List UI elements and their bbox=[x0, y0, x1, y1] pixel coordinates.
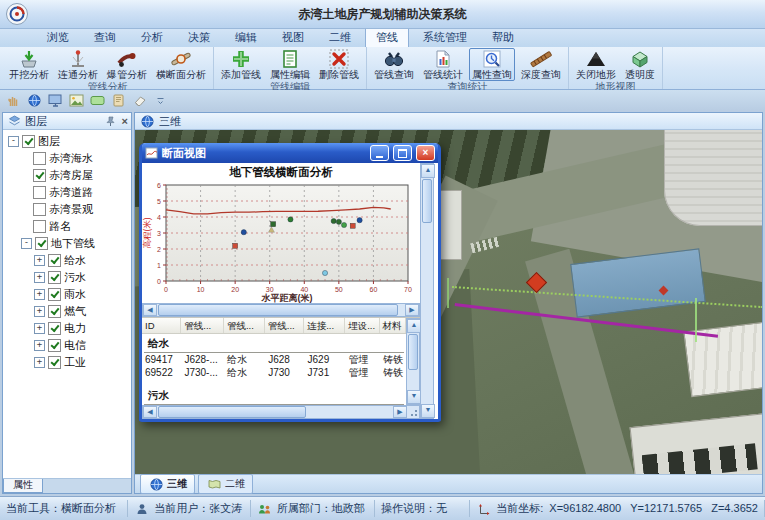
menu-tab[interactable]: 帮助 bbox=[481, 27, 525, 47]
collapse-icon[interactable]: - bbox=[21, 238, 32, 249]
menu-tab[interactable]: 决策 bbox=[177, 27, 221, 47]
expand-icon[interactable]: + bbox=[34, 289, 45, 300]
expand-icon[interactable]: + bbox=[34, 255, 45, 266]
tree-item[interactable]: +电信 bbox=[6, 337, 131, 354]
table-vscrollbar[interactable]: ▲ ▼ bbox=[406, 318, 420, 405]
menu-tab[interactable]: 视图 bbox=[271, 27, 315, 47]
pin-icon[interactable] bbox=[103, 113, 119, 129]
resize-grip[interactable] bbox=[407, 406, 419, 418]
table-row[interactable]: 69522J730-...给水J730J731管埋铸铁 bbox=[142, 366, 406, 379]
menu-tab[interactable]: 查询 bbox=[83, 27, 127, 47]
scroll-up-icon[interactable]: ▲ bbox=[421, 164, 435, 178]
ribbon-button[interactable]: 透明度 bbox=[622, 48, 658, 81]
maximize-button[interactable] bbox=[393, 145, 412, 161]
minimize-button[interactable] bbox=[370, 145, 389, 161]
globe-icon[interactable] bbox=[26, 92, 42, 108]
layer-checkbox[interactable] bbox=[48, 305, 61, 318]
screen-icon[interactable] bbox=[47, 92, 63, 108]
map-view-tab[interactable]: 二维 bbox=[198, 474, 253, 494]
scroll-right-icon[interactable]: ▶ bbox=[393, 406, 407, 418]
tree-item[interactable]: 赤湾道路 bbox=[6, 184, 131, 201]
layer-checkbox[interactable] bbox=[48, 339, 61, 352]
tree-item[interactable]: 路名 bbox=[6, 218, 131, 235]
table-row[interactable]: 69417J628-...给水J628J629管埋铸铁 bbox=[142, 353, 406, 366]
pan-hand-icon[interactable] bbox=[5, 92, 21, 108]
layer-checkbox[interactable] bbox=[22, 135, 35, 148]
menu-tab[interactable]: 分析 bbox=[130, 27, 174, 47]
layer-checkbox[interactable] bbox=[48, 271, 61, 284]
ribbon-button[interactable]: 删除管线 bbox=[316, 48, 362, 81]
ribbon-button[interactable]: 连通分析 bbox=[55, 48, 101, 81]
tree-item[interactable]: -地下管线 bbox=[6, 235, 131, 252]
tree-item[interactable]: 赤湾景观 bbox=[6, 201, 131, 218]
table-group-row[interactable]: 污水 bbox=[144, 386, 404, 405]
tree-item[interactable]: 赤湾房屋 bbox=[6, 167, 131, 184]
expand-icon[interactable]: + bbox=[34, 357, 45, 368]
swatch-icon[interactable] bbox=[89, 92, 105, 108]
table-column-header[interactable]: 材料 bbox=[380, 318, 406, 333]
table-group-row[interactable]: 给水 bbox=[144, 334, 404, 353]
tree-item[interactable]: +雨水 bbox=[6, 286, 131, 303]
tree-item[interactable]: +燃气 bbox=[6, 303, 131, 320]
table-column-header[interactable]: 管线... bbox=[265, 318, 304, 333]
ribbon-button[interactable]: 深度查询 bbox=[518, 48, 564, 81]
dialog-title-bar[interactable]: 断面视图 × bbox=[142, 143, 438, 163]
overflow-arrow-icon[interactable] bbox=[152, 92, 168, 108]
menu-tab[interactable]: 系统管理 bbox=[412, 27, 478, 47]
ribbon-button[interactable]: 属性编辑 bbox=[267, 48, 313, 81]
layer-checkbox[interactable] bbox=[33, 152, 46, 165]
menu-tab[interactable]: 编辑 bbox=[224, 27, 268, 47]
picture-icon[interactable] bbox=[68, 92, 84, 108]
layer-checkbox[interactable] bbox=[33, 203, 46, 216]
ribbon-button[interactable]: 管线统计 bbox=[420, 48, 466, 81]
eraser-icon[interactable] bbox=[131, 92, 147, 108]
ribbon-button[interactable]: 管线查询 bbox=[371, 48, 417, 81]
card-icon[interactable] bbox=[110, 92, 126, 108]
layer-checkbox[interactable] bbox=[48, 322, 61, 335]
expand-icon[interactable]: + bbox=[34, 323, 45, 334]
scroll-left-icon[interactable]: ◀ bbox=[143, 406, 157, 418]
layer-checkbox[interactable] bbox=[48, 254, 61, 267]
layer-checkbox[interactable] bbox=[35, 237, 48, 250]
scroll-up-icon[interactable]: ▲ bbox=[407, 319, 421, 333]
expand-icon[interactable]: + bbox=[34, 272, 45, 283]
ribbon-button[interactable]: 横断面分析 bbox=[153, 48, 209, 81]
tree-item[interactable]: +工业 bbox=[6, 354, 131, 371]
ribbon-button[interactable]: 爆管分析 bbox=[104, 48, 150, 81]
collapse-icon[interactable]: - bbox=[8, 136, 19, 147]
menu-tab[interactable]: 浏览 bbox=[36, 27, 80, 47]
menu-tab[interactable]: 管线 bbox=[365, 27, 409, 47]
chart-hscrollbar[interactable]: ◀ ▶ bbox=[142, 303, 420, 317]
tree-item[interactable]: +给水 bbox=[6, 252, 131, 269]
ribbon-button[interactable]: 添加管线 bbox=[218, 48, 264, 81]
ribbon-button[interactable]: 关闭地形 bbox=[573, 48, 619, 81]
tree-item[interactable]: -图层 bbox=[6, 133, 131, 150]
table-column-header[interactable]: 连接... bbox=[304, 318, 345, 333]
layer-checkbox[interactable] bbox=[33, 186, 46, 199]
table-hscrollbar[interactable]: ◀ ▶ bbox=[142, 405, 420, 419]
map-view-tab[interactable]: 三维 bbox=[140, 474, 195, 494]
table-header[interactable]: ID管线...管线...管线...连接...埋设...材料 bbox=[142, 318, 406, 334]
scroll-left-icon[interactable]: ◀ bbox=[143, 304, 157, 316]
layer-checkbox[interactable] bbox=[48, 356, 61, 369]
layer-checkbox[interactable] bbox=[33, 169, 46, 182]
scroll-right-icon[interactable]: ▶ bbox=[405, 304, 419, 316]
properties-tab[interactable]: 属性 bbox=[3, 479, 43, 493]
scroll-down-icon[interactable]: ▼ bbox=[407, 390, 421, 404]
layer-checkbox[interactable] bbox=[33, 220, 46, 233]
menu-tab[interactable]: 二维 bbox=[318, 27, 362, 47]
ribbon-button[interactable]: 开挖分析 bbox=[6, 48, 52, 81]
ribbon-button[interactable]: 属性查询 bbox=[469, 48, 515, 81]
panel-close-icon[interactable]: × bbox=[122, 115, 128, 127]
expand-icon[interactable]: + bbox=[34, 306, 45, 317]
dialog-vscrollbar[interactable]: ▲ ▼ bbox=[420, 163, 434, 419]
tree-item[interactable]: 赤湾海水 bbox=[6, 150, 131, 167]
expand-icon[interactable]: + bbox=[34, 340, 45, 351]
tree-item[interactable]: +电力 bbox=[6, 320, 131, 337]
table-column-header[interactable]: ID bbox=[142, 318, 181, 333]
table-column-header[interactable]: 管线... bbox=[181, 318, 224, 333]
close-button[interactable]: × bbox=[416, 145, 435, 161]
table-body[interactable]: 给水69417J628-...给水J628J629管埋铸铁69522J730-.… bbox=[142, 334, 406, 405]
layer-checkbox[interactable] bbox=[48, 288, 61, 301]
table-column-header[interactable]: 埋设... bbox=[345, 318, 379, 333]
